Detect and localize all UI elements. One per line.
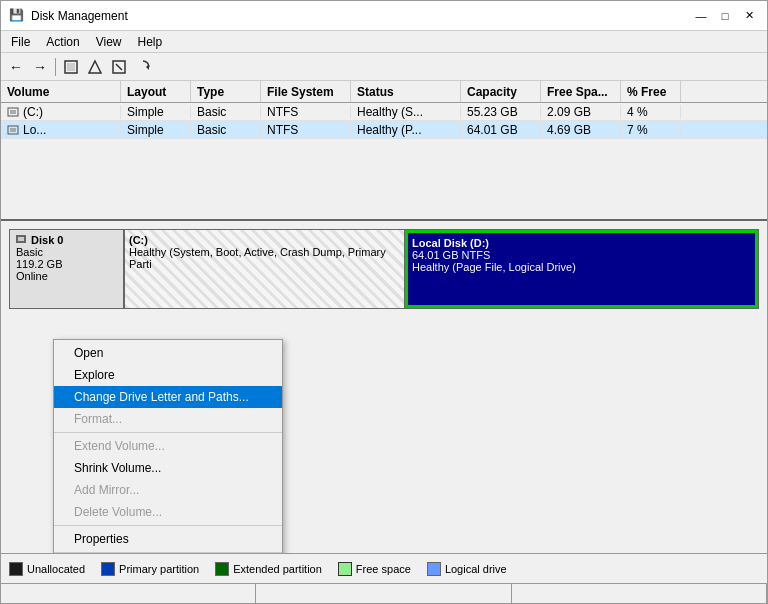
td-capacity-d: 64.01 GB	[461, 123, 541, 137]
status-cell-2	[256, 584, 511, 603]
close-button[interactable]: ✕	[739, 6, 759, 26]
td-freespace-d: 4.69 GB	[541, 123, 621, 137]
td-pctfree-d: 7 %	[621, 123, 681, 137]
disk-status: Online	[16, 270, 117, 282]
disk-label-0: Disk 0 Basic 119.2 GB Online	[10, 230, 125, 308]
main-window: 💾 Disk Management — □ ✕ File Action View…	[0, 0, 768, 604]
partition-d-title: Local Disk (D:)	[412, 237, 751, 249]
content-area: Volume Layout Type File System Status Ca…	[1, 81, 767, 603]
partition-d-size: 64.01 GB NTFS	[412, 249, 751, 261]
legend-box-primary	[101, 562, 115, 576]
disk-type: Basic	[16, 246, 117, 258]
legend-bar: Unallocated Primary partition Extended p…	[1, 553, 767, 583]
td-pctfree-c: 4 %	[621, 105, 681, 119]
svg-rect-7	[10, 110, 16, 114]
ctx-properties[interactable]: Properties	[54, 528, 282, 550]
status-cell-3	[512, 584, 767, 603]
legend-label-extended: Extended partition	[233, 563, 322, 575]
td-status-c: Healthy (S...	[351, 105, 461, 119]
disk-size: 119.2 GB	[16, 258, 117, 270]
svg-rect-11	[18, 237, 24, 241]
legend-box-logical	[427, 562, 441, 576]
legend-label-primary: Primary partition	[119, 563, 199, 575]
ctx-open[interactable]: Open	[54, 342, 282, 364]
legend-label-unallocated: Unallocated	[27, 563, 85, 575]
table-row[interactable]: (C:) Simple Basic NTFS Healthy (S... 55.…	[1, 103, 767, 121]
ctx-extend-volume: Extend Volume...	[54, 435, 282, 457]
ctx-shrink-volume[interactable]: Shrink Volume...	[54, 457, 282, 479]
td-status-d: Healthy (P...	[351, 123, 461, 137]
legend-box-extended	[215, 562, 229, 576]
legend-unallocated: Unallocated	[9, 562, 85, 576]
th-type[interactable]: Type	[191, 81, 261, 102]
legend-label-freespace: Free space	[356, 563, 411, 575]
forward-button[interactable]: →	[29, 56, 51, 78]
menu-help[interactable]: Help	[132, 33, 169, 50]
title-bar: 💾 Disk Management — □ ✕	[1, 1, 767, 31]
status-cell-1	[1, 584, 256, 603]
th-status[interactable]: Status	[351, 81, 461, 102]
disk-partitions-0: (C:) Healthy (System, Boot, Active, Cras…	[125, 230, 758, 308]
legend-extended: Extended partition	[215, 562, 322, 576]
legend-primary: Primary partition	[101, 562, 199, 576]
th-volume[interactable]: Volume	[1, 81, 121, 102]
ctx-separator-2	[54, 525, 282, 526]
title-left: 💾 Disk Management	[9, 8, 128, 24]
disk-icon	[7, 106, 19, 118]
td-capacity-c: 55.23 GB	[461, 105, 541, 119]
partition-d[interactable]: Local Disk (D:) 64.01 GB NTFS Healthy (P…	[405, 230, 758, 308]
legend-label-logical: Logical drive	[445, 563, 507, 575]
th-pctfree[interactable]: % Free	[621, 81, 681, 102]
td-type-c: Basic	[191, 105, 261, 119]
menubar: File Action View Help	[1, 31, 767, 53]
svg-rect-1	[67, 63, 75, 71]
status-bar	[1, 583, 767, 603]
window-title: Disk Management	[31, 9, 128, 23]
context-menu: Open Explore Change Drive Letter and Pat…	[53, 339, 283, 553]
toolbar-btn-5[interactable]	[108, 56, 130, 78]
ctx-separator-3	[54, 552, 282, 553]
th-filesystem[interactable]: File System	[261, 81, 351, 102]
th-layout[interactable]: Layout	[121, 81, 191, 102]
ctx-change-drive-letter[interactable]: Change Drive Letter and Paths...	[54, 386, 282, 408]
svg-marker-2	[89, 61, 101, 73]
toolbar: ← →	[1, 53, 767, 81]
menu-file[interactable]: File	[5, 33, 36, 50]
partition-c[interactable]: (C:) Healthy (System, Boot, Active, Cras…	[125, 230, 405, 308]
toolbar-btn-6[interactable]	[132, 56, 154, 78]
ctx-format: Format...	[54, 408, 282, 430]
ctx-explore[interactable]: Explore	[54, 364, 282, 386]
td-freespace-c: 2.09 GB	[541, 105, 621, 119]
disk-visual-section: Disk 0 Basic 119.2 GB Online (C:) Health…	[1, 221, 767, 553]
app-icon: 💾	[9, 8, 25, 24]
partition-d-status: Healthy (Page File, Logical Drive)	[412, 261, 751, 273]
table-header: Volume Layout Type File System Status Ca…	[1, 81, 767, 103]
disk-name: Disk 0	[16, 234, 117, 246]
disk-row-0: Disk 0 Basic 119.2 GB Online (C:) Health…	[9, 229, 759, 309]
ctx-add-mirror: Add Mirror...	[54, 479, 282, 501]
toolbar-btn-4[interactable]	[84, 56, 106, 78]
th-freespace[interactable]: Free Spa...	[541, 81, 621, 102]
td-layout-c: Simple	[121, 105, 191, 119]
ctx-separator-1	[54, 432, 282, 433]
menu-action[interactable]: Action	[40, 33, 85, 50]
td-layout-d: Simple	[121, 123, 191, 137]
legend-box-unallocated	[9, 562, 23, 576]
disk-small-icon	[16, 234, 26, 244]
legend-freespace: Free space	[338, 562, 411, 576]
td-volume-c: (C:)	[1, 105, 121, 119]
th-capacity[interactable]: Capacity	[461, 81, 541, 102]
toolbar-btn-3[interactable]	[60, 56, 82, 78]
maximize-button[interactable]: □	[715, 6, 735, 26]
minimize-button[interactable]: —	[691, 6, 711, 26]
td-fs-c: NTFS	[261, 105, 351, 119]
table-section: Volume Layout Type File System Status Ca…	[1, 81, 767, 221]
legend-box-freespace	[338, 562, 352, 576]
legend-logical: Logical drive	[427, 562, 507, 576]
td-fs-d: NTFS	[261, 123, 351, 137]
menu-view[interactable]: View	[90, 33, 128, 50]
back-button[interactable]: ←	[5, 56, 27, 78]
svg-marker-5	[146, 64, 149, 70]
svg-rect-9	[10, 128, 16, 132]
table-row[interactable]: Lo... Simple Basic NTFS Healthy (P... 64…	[1, 121, 767, 139]
